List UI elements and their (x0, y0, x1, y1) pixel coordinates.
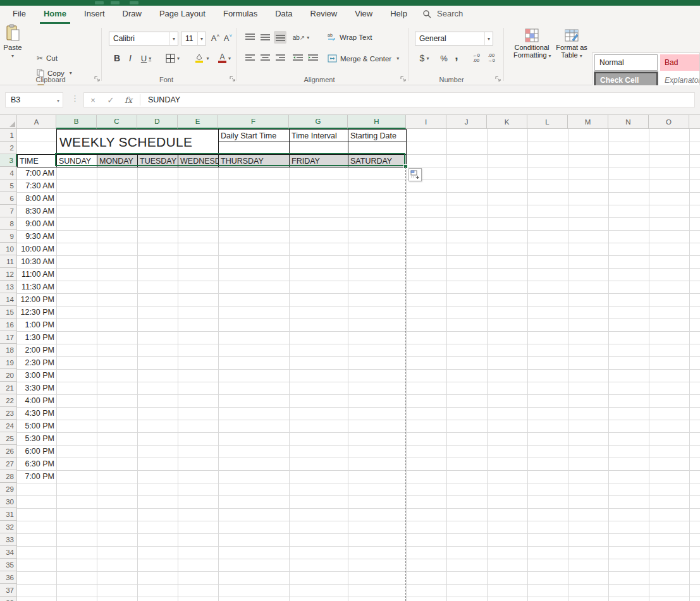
column-header-G[interactable]: G (289, 115, 348, 129)
font-size-combo[interactable]: 11 (181, 32, 206, 46)
row-header-24[interactable]: 24 (0, 420, 17, 432)
grow-font-button[interactable]: A˄ (209, 32, 221, 44)
cell-A25[interactable]: 5:30 PM (17, 432, 56, 445)
enter-icon[interactable]: ✓ (102, 95, 120, 105)
cell-G2[interactable] (289, 142, 348, 155)
formula-input[interactable]: SUNDAY (143, 95, 180, 104)
formula-bar-handle[interactable]: ⋮ (71, 94, 79, 103)
row-header-5[interactable]: 5 (0, 179, 17, 192)
cell-A3[interactable]: TIME (17, 154, 57, 167)
cell-title-B1[interactable]: WEEKLY SCHEDULE (56, 129, 219, 155)
tab-review[interactable]: Review (307, 6, 341, 24)
row-header-36[interactable]: 36 (0, 571, 17, 584)
cell-A10[interactable]: 10:00 AM (17, 243, 56, 255)
cell-A26[interactable]: 6:00 PM (17, 445, 56, 458)
row-header-2[interactable]: 2 (0, 142, 17, 154)
column-header-O[interactable]: O (649, 115, 689, 129)
format-as-table-button[interactable]: Format as Table (554, 28, 589, 59)
font-dialog-launcher[interactable] (229, 75, 236, 83)
row-header-33[interactable]: 33 (0, 533, 17, 546)
cell-A16[interactable]: 1:00 PM (17, 319, 56, 331)
align-right-button[interactable] (274, 52, 286, 64)
cell-A27[interactable]: 6:30 PM (17, 458, 56, 470)
column-header-F[interactable]: F (218, 115, 289, 129)
align-left-button[interactable] (243, 52, 256, 64)
tab-insert[interactable]: Insert (80, 6, 109, 24)
cell-A13[interactable]: 11:30 AM (17, 281, 56, 293)
row-header-6[interactable]: 6 (0, 192, 17, 205)
align-bottom-button[interactable] (274, 31, 286, 44)
row-header-21[interactable]: 21 (0, 382, 17, 394)
column-header-N[interactable]: N (608, 115, 649, 129)
cell-E3[interactable]: WEDNESDAY (178, 154, 219, 167)
row-header-9[interactable]: 9 (0, 230, 17, 243)
cell-F1[interactable]: Daily Start Time (218, 129, 290, 142)
column-header-K[interactable]: K (487, 115, 527, 129)
cell-B3[interactable]: SUNDAY (56, 154, 97, 167)
row-header-25[interactable]: 25 (0, 432, 17, 445)
row-header-23[interactable]: 23 (0, 407, 17, 420)
tab-home[interactable]: Home (40, 6, 70, 24)
select-all-corner[interactable] (0, 115, 17, 129)
comma-style-button[interactable]: , (451, 49, 462, 62)
row-header-28[interactable]: 28 (0, 470, 17, 483)
cell-A19[interactable]: 2:30 PM (17, 356, 56, 369)
accounting-format-button[interactable]: $ (416, 52, 433, 64)
percent-style-button[interactable]: % (438, 52, 450, 64)
style-bad[interactable]: Bad (660, 54, 700, 71)
row-header-32[interactable]: 32 (0, 521, 17, 533)
cell-H3[interactable]: SATURDAY (348, 154, 407, 167)
wrap-text-button[interactable]: ab Wrap Text (328, 33, 372, 41)
cancel-icon[interactable]: × (84, 95, 102, 105)
font-name-combo[interactable]: Calibri (109, 32, 178, 46)
column-header-A[interactable]: A (17, 115, 56, 129)
cell-C3[interactable]: MONDAY (97, 154, 138, 167)
cell-A9[interactable]: 9:30 AM (17, 230, 56, 243)
cell-A15[interactable]: 12:30 PM (17, 306, 56, 319)
number-dialog-launcher[interactable] (494, 75, 502, 83)
cell-A7[interactable]: 8:30 AM (17, 205, 56, 217)
tab-view[interactable]: View (351, 6, 376, 24)
cell-G3[interactable]: FRIDAY (289, 154, 348, 167)
orientation-button[interactable]: ab↗ (291, 31, 311, 44)
column-header-I[interactable]: I (406, 115, 446, 129)
name-box[interactable]: B3 (5, 92, 63, 107)
row-header-4[interactable]: 4 (0, 167, 17, 179)
insert-function-icon[interactable]: fx (120, 95, 137, 105)
merge-center-button[interactable]: Merge & Center (328, 54, 399, 63)
font-size-dropdown[interactable] (197, 32, 206, 45)
column-header-H[interactable]: H (348, 115, 406, 129)
font-name-dropdown[interactable] (169, 32, 178, 45)
cell-G1[interactable]: Time Interval (289, 129, 348, 142)
cell-A11[interactable]: 10:30 AM (17, 255, 56, 268)
clipboard-dialog-launcher[interactable] (94, 75, 101, 83)
row-header-15[interactable]: 15 (0, 306, 17, 319)
row-header-12[interactable]: 12 (0, 268, 17, 281)
row-header-7[interactable]: 7 (0, 205, 17, 217)
name-box-dropdown[interactable] (54, 95, 63, 104)
shrink-font-button[interactable]: A˅ (222, 32, 234, 44)
cell-A21[interactable]: 3:30 PM (17, 382, 56, 394)
row-header-8[interactable]: 8 (0, 217, 17, 230)
row-header-1[interactable]: 1 (0, 129, 17, 142)
align-top-button[interactable] (243, 31, 256, 44)
column-header-J[interactable]: J (446, 115, 487, 129)
cell-D3[interactable]: TUESDAY (137, 154, 178, 167)
decrease-indent-button[interactable] (292, 52, 304, 64)
tab-page-layout[interactable]: Page Layout (156, 6, 209, 24)
cell-A22[interactable]: 4:00 PM (17, 394, 56, 407)
row-header-3[interactable]: 3 (0, 154, 17, 167)
cell-F2[interactable] (218, 142, 290, 155)
row-header-27[interactable]: 27 (0, 458, 17, 470)
column-header-M[interactable]: M (568, 115, 608, 129)
row-header-10[interactable]: 10 (0, 243, 17, 255)
row-header-11[interactable]: 11 (0, 255, 17, 268)
style-normal[interactable]: Normal (594, 54, 658, 71)
tab-data[interactable]: Data (271, 6, 296, 24)
cut-button[interactable]: ✂ Cut (37, 54, 58, 63)
row-header-14[interactable]: 14 (0, 293, 17, 306)
number-format-dropdown[interactable] (484, 32, 493, 45)
row-header-20[interactable]: 20 (0, 369, 17, 382)
underline-button[interactable]: U (138, 52, 154, 64)
row-header-31[interactable]: 31 (0, 508, 17, 521)
